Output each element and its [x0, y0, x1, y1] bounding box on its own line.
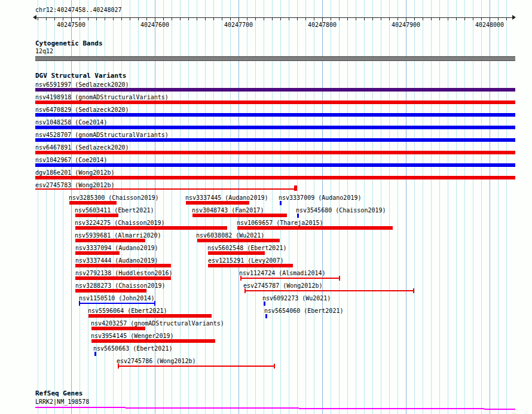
variant-range-line[interactable]: [244, 290, 414, 291]
variant-label[interactable]: nsv6038082 (Wu2021): [196, 232, 264, 239]
variant-label[interactable]: nsv6092273 (Wu2021): [262, 295, 331, 302]
variant-label[interactable]: esv2745786 (Wong2012b): [117, 358, 195, 364]
variant-label[interactable]: nsv1150510 (John2014): [79, 295, 154, 302]
variant-bar[interactable]: [208, 264, 293, 267]
variant-label[interactable]: nsv3224275 (Chaisson2019): [75, 220, 165, 226]
variant-bar[interactable]: [197, 239, 280, 242]
variant-label[interactable]: nsv3288273 (Chaisson2019): [75, 282, 166, 289]
gene-line-segment[interactable]: [423, 408, 484, 409]
gridline: [180, 0, 181, 414]
gene-line-segment[interactable]: [35, 407, 126, 408]
variant-range-line[interactable]: [118, 366, 275, 367]
variant-bar[interactable]: [75, 239, 145, 242]
variant-bar[interactable]: [35, 101, 515, 104]
ruler-tick: [163, 18, 164, 20]
variant-bar[interactable]: [75, 276, 171, 280]
variant-label[interactable]: nsv4528707 (gnomADStructuralVariants): [35, 132, 169, 138]
variant-label[interactable]: nsv4198918 (gnomADStructuralVariants): [35, 94, 169, 101]
variant-label[interactable]: nsv3337009 (Audano2019): [279, 194, 361, 201]
variant-label[interactable]: nsv2792138 (Huddleston2016): [75, 270, 173, 276]
variant-bar[interactable]: [88, 314, 212, 318]
variant-bar[interactable]: [192, 214, 287, 217]
variant-label[interactable]: nsv5602548 (Ebert2021): [207, 245, 286, 251]
variant-range-left-cap[interactable]: [240, 276, 241, 281]
variant-range-right-cap[interactable]: [294, 185, 297, 191]
variant-bar[interactable]: [35, 176, 515, 179]
gene-line-segment[interactable]: [484, 409, 515, 410]
variant-label[interactable]: nsv4203257 (gnomADStructuralVariants): [91, 320, 224, 327]
variant-bar[interactable]: [35, 138, 515, 142]
variant-label[interactable]: nsv3285300 (Chaisson2019): [69, 194, 159, 201]
variant-tick[interactable]: [280, 201, 282, 205]
variant-label[interactable]: nsv6470829 (Sedlazeck2020): [35, 106, 129, 113]
variant-label[interactable]: nsv3545680 (Chaisson2019): [296, 207, 386, 214]
variant-bar[interactable]: [75, 251, 120, 255]
variant-label[interactable]: nsv1069657 (Thareja2015): [237, 220, 323, 226]
variant-label[interactable]: nsv1124724 (Alsmadi2014): [239, 270, 326, 276]
variant-range-left-cap[interactable]: [118, 364, 119, 369]
variant-range-line[interactable]: [35, 188, 297, 190]
variant-bar[interactable]: [186, 201, 249, 205]
variant-bar[interactable]: [237, 226, 393, 230]
ruler-tick: [130, 18, 130, 20]
refseq-gene-label: LRRK2|NM_198578: [35, 398, 89, 405]
variant-tick[interactable]: [264, 302, 265, 306]
variant-label[interactable]: nsv5603411 (Ebert2021): [75, 207, 154, 214]
gene-line-segment[interactable]: [126, 407, 299, 409]
variant-range-right-cap[interactable]: [339, 276, 340, 281]
variant-label[interactable]: nsv3954145 (Wenger2019): [91, 333, 173, 339]
variant-range-left-cap[interactable]: [79, 301, 80, 306]
genome-browser: chr12:40247458..40248027 402475004024760…: [0, 0, 532, 414]
variant-label[interactable]: nsv5654060 (Ebert2021): [264, 308, 343, 314]
gridline: [38, 0, 38, 414]
variant-tick[interactable]: [297, 214, 299, 218]
gene-line-segment[interactable]: [299, 408, 423, 409]
variant-label[interactable]: nsv5596064 (Ebert2021): [88, 308, 167, 314]
variant-bar[interactable]: [35, 163, 515, 167]
variant-label[interactable]: nsv1048258 (Coe2014): [35, 119, 107, 126]
variant-range-line[interactable]: [240, 278, 340, 279]
variant-label[interactable]: dgv186e201 (Wong2012b): [35, 169, 114, 176]
variant-tick[interactable]: [94, 352, 96, 356]
variant-label[interactable]: nsv3048743 (Fan2017): [192, 207, 264, 214]
gridline: [506, 0, 507, 414]
ruler-tick: [381, 18, 381, 20]
variant-tick[interactable]: [265, 314, 267, 318]
gridline: [155, 0, 155, 414]
ruler-tick: [138, 18, 139, 20]
variant-label[interactable]: nsv6591997 (Sedlazeck2020): [35, 81, 129, 88]
variant-bar[interactable]: [75, 289, 146, 293]
variant-range-line[interactable]: [79, 303, 155, 304]
variant-bar[interactable]: [75, 214, 118, 217]
variant-label[interactable]: nsv1042967 (Coe2014): [35, 157, 107, 163]
ruler-tick: [255, 18, 256, 20]
variant-label[interactable]: nsv5939681 (Almarri2020): [75, 232, 161, 239]
variant-bar[interactable]: [35, 151, 515, 154]
ruler-tick: [339, 18, 340, 20]
variant-label[interactable]: nsv3337444 (Audano2019): [75, 257, 158, 264]
variant-bar[interactable]: [91, 327, 145, 330]
cytoband-bar[interactable]: [35, 56, 515, 61]
variant-label[interactable]: nsv5650663 (Ebert2021): [93, 345, 172, 352]
variant-range-left-cap[interactable]: [244, 288, 246, 293]
variant-bar[interactable]: [35, 126, 515, 129]
variant-range-right-cap[interactable]: [154, 301, 155, 306]
variant-bar[interactable]: [69, 201, 117, 205]
variant-label[interactable]: esv2745787 (Wong2012b): [243, 282, 322, 289]
ruler-tick: [448, 18, 448, 20]
variant-bar[interactable]: [35, 88, 515, 92]
gridline: [439, 0, 440, 414]
variant-label[interactable]: nsv6467891 (Sedlazeck2020): [35, 144, 129, 151]
variant-bar[interactable]: [75, 226, 227, 230]
variant-label[interactable]: esv2745783 (Wong2012b): [35, 182, 114, 188]
variant-bar[interactable]: [35, 113, 515, 117]
variant-label[interactable]: nsv3337445 (Audano2019): [185, 194, 268, 201]
variant-range-right-cap[interactable]: [413, 288, 414, 293]
variant-bar[interactable]: [208, 251, 265, 255]
ruler-tick-label: 40247700: [219, 22, 258, 28]
variant-label[interactable]: nsv3337094 (Audano2019): [75, 245, 158, 251]
variant-bar[interactable]: [75, 264, 171, 267]
variant-label[interactable]: esv1215291 (Levy2007): [208, 257, 283, 264]
variant-bar[interactable]: [91, 339, 215, 343]
variant-range-right-cap[interactable]: [274, 364, 275, 369]
